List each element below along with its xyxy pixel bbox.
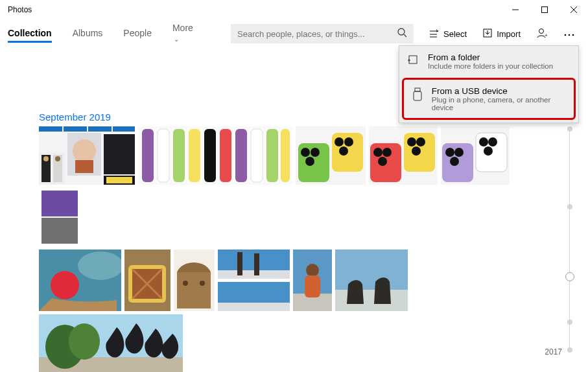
- photo-thumbnail[interactable]: [296, 126, 366, 185]
- timeline-year: 2017: [545, 347, 562, 356]
- minimize-icon: [512, 6, 519, 14]
- svg-rect-30: [106, 177, 132, 183]
- svg-point-11: [572, 34, 574, 36]
- import-from-usb[interactable]: From a USB device Plug in a phone, camer…: [402, 78, 576, 120]
- search-box[interactable]: [231, 24, 414, 43]
- ellipsis-icon: [563, 29, 575, 39]
- titlebar: Photos: [0, 0, 588, 19]
- svg-rect-32: [142, 129, 154, 182]
- import-folder-subtitle: Include more folders in your collection: [428, 62, 553, 70]
- photo-thumbnail[interactable]: [174, 250, 215, 311]
- tab-albums[interactable]: Albums: [73, 25, 103, 43]
- svg-rect-70: [41, 191, 78, 216]
- photo-thumbnail[interactable]: [138, 126, 292, 185]
- svg-text:+: +: [545, 32, 548, 38]
- svg-point-44: [301, 148, 310, 157]
- user-button[interactable]: +: [531, 25, 553, 43]
- svg-point-64: [450, 157, 459, 166]
- svg-rect-88: [254, 253, 259, 275]
- svg-point-9: [565, 34, 567, 36]
- import-button[interactable]: Import: [477, 25, 526, 43]
- photo-thumbnail[interactable]: [369, 126, 438, 185]
- minimize-button[interactable]: [500, 0, 530, 19]
- user-add-icon: +: [536, 27, 548, 41]
- close-icon: [570, 6, 578, 14]
- import-icon: [482, 28, 493, 40]
- svg-point-66: [479, 137, 488, 146]
- timeline-scrubber[interactable]: 2017: [557, 126, 576, 353]
- svg-rect-12: [409, 56, 417, 64]
- svg-rect-23: [75, 160, 93, 173]
- toolbar: Collection Albums People More ⌄ Select I…: [0, 19, 588, 48]
- photo-thumbnail[interactable]: [441, 126, 510, 185]
- svg-rect-13: [415, 88, 420, 91]
- svg-point-73: [78, 251, 121, 280]
- timeline-tick: [567, 204, 572, 209]
- maximize-button[interactable]: [530, 0, 559, 19]
- import-from-folder[interactable]: From a folder Include more folders in yo…: [399, 46, 578, 76]
- svg-point-45: [311, 148, 320, 157]
- svg-point-55: [378, 157, 387, 166]
- svg-point-81: [200, 281, 205, 286]
- svg-rect-38: [235, 129, 247, 182]
- svg-rect-19: [113, 126, 135, 132]
- svg-rect-39: [251, 129, 263, 182]
- tab-more[interactable]: More ⌄: [172, 20, 197, 48]
- close-button[interactable]: [559, 0, 588, 19]
- svg-rect-94: [335, 290, 408, 311]
- svg-rect-37: [220, 129, 231, 182]
- photo-thumbnail[interactable]: [39, 188, 80, 246]
- svg-rect-86: [218, 303, 290, 311]
- svg-rect-36: [204, 129, 216, 182]
- svg-rect-18: [88, 126, 112, 132]
- svg-point-58: [416, 137, 425, 146]
- photo-thumbnail[interactable]: [124, 250, 171, 311]
- import-label: Import: [497, 29, 521, 39]
- svg-point-22: [73, 139, 96, 163]
- timeline-rail: [569, 126, 570, 353]
- photo-thumbnail[interactable]: [293, 250, 332, 311]
- photo-thumbnail[interactable]: [39, 126, 135, 185]
- svg-point-48: [335, 137, 344, 146]
- svg-point-62: [445, 148, 454, 157]
- overflow-button[interactable]: [558, 26, 580, 41]
- timeline-handle[interactable]: [565, 272, 574, 281]
- select-icon: [429, 29, 440, 40]
- svg-rect-79: [177, 272, 211, 308]
- svg-rect-35: [189, 129, 200, 182]
- svg-point-26: [43, 156, 49, 161]
- import-folder-title: From a folder: [428, 52, 553, 62]
- svg-rect-17: [64, 126, 87, 132]
- svg-point-74: [51, 271, 79, 299]
- tab-collection[interactable]: Collection: [8, 25, 52, 43]
- photo-grid: [39, 126, 549, 246]
- svg-point-67: [488, 137, 497, 146]
- svg-rect-71: [41, 218, 78, 244]
- svg-point-91: [306, 264, 319, 277]
- svg-point-46: [305, 157, 314, 166]
- tab-people[interactable]: People: [123, 25, 152, 43]
- photo-thumbnail[interactable]: [218, 250, 290, 311]
- svg-rect-1: [541, 7, 547, 13]
- svg-rect-92: [305, 275, 320, 297]
- svg-rect-14: [414, 91, 421, 100]
- search-icon: [397, 27, 407, 40]
- svg-point-63: [454, 148, 464, 157]
- svg-point-10: [569, 34, 570, 36]
- svg-point-80: [183, 281, 188, 286]
- select-button[interactable]: Select: [424, 26, 472, 42]
- svg-point-7: [539, 29, 544, 33]
- svg-point-54: [382, 148, 392, 157]
- chevron-down-icon: ⌄: [174, 36, 179, 43]
- app-title: Photos: [8, 5, 500, 14]
- photo-thumbnail[interactable]: [335, 250, 408, 311]
- photo-thumbnail[interactable]: [39, 250, 121, 311]
- timeline-tick: [567, 320, 572, 325]
- import-usb-subtitle: Plug in a phone, camera, or another devi…: [432, 96, 566, 111]
- svg-point-68: [484, 146, 493, 156]
- photo-thumbnail[interactable]: [39, 314, 183, 372]
- import-usb-title: From a USB device: [432, 86, 566, 96]
- select-label: Select: [443, 29, 467, 39]
- search-input[interactable]: [237, 29, 397, 39]
- svg-point-53: [373, 148, 382, 157]
